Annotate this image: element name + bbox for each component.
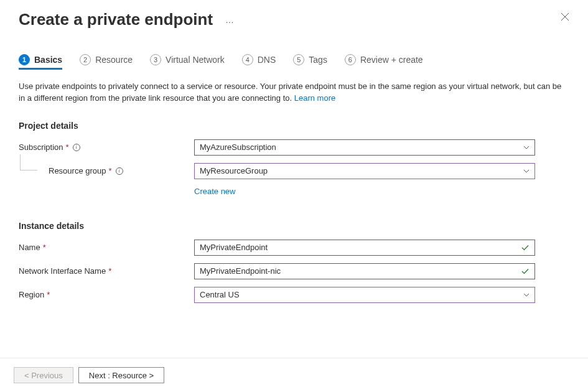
wizard-footer: < Previous Next : Resource >: [0, 358, 588, 392]
tab-number: 6: [345, 54, 356, 65]
info-icon[interactable]: i: [73, 144, 80, 151]
tab-number: 3: [150, 54, 161, 65]
chevron-down-icon: [523, 293, 530, 297]
resource-group-label: Resource group * i: [19, 166, 194, 175]
indent-bracket: [20, 154, 37, 170]
tab-number: 1: [19, 54, 30, 65]
tab-description: Use private endpoints to privately conne…: [19, 81, 569, 105]
chevron-down-icon: [523, 169, 530, 173]
wizard-tabs: 1 Basics 2 Resource 3 Virtual Network 4 …: [0, 29, 588, 70]
tab-resource[interactable]: 2 Resource: [80, 54, 133, 70]
close-button[interactable]: [561, 12, 569, 23]
required-indicator: *: [108, 266, 111, 276]
subscription-select[interactable]: MyAzureSubscription: [194, 139, 535, 156]
previous-button[interactable]: < Previous: [14, 367, 73, 383]
tab-review-create[interactable]: 6 Review + create: [345, 54, 423, 70]
required-indicator: *: [66, 142, 69, 152]
tab-dns[interactable]: 4 DNS: [242, 54, 276, 70]
learn-more-link[interactable]: Learn more: [294, 93, 335, 103]
tab-number: 4: [242, 54, 253, 65]
chevron-down-icon: [523, 146, 530, 149]
next-button[interactable]: Next : Resource >: [78, 367, 164, 383]
nic-input-wrapper: [194, 263, 535, 279]
resource-group-select[interactable]: MyResourceGroup: [194, 163, 535, 179]
page-title: Create a private endpoint: [19, 10, 213, 29]
tab-number: 5: [293, 54, 304, 65]
required-indicator: *: [43, 243, 46, 252]
tab-basics[interactable]: 1 Basics: [19, 54, 62, 70]
project-details-heading: Project details: [19, 121, 569, 131]
tab-label: Tags: [309, 55, 327, 65]
tab-number: 2: [80, 54, 91, 65]
check-icon: [521, 267, 530, 276]
tab-label: Virtual Network: [166, 55, 225, 65]
tab-label: DNS: [258, 55, 276, 65]
tab-tags[interactable]: 5 Tags: [293, 54, 327, 70]
select-value: MyAzureSubscription: [200, 142, 276, 152]
tab-virtual-network[interactable]: 3 Virtual Network: [150, 54, 225, 70]
description-text: Use private endpoints to privately conne…: [19, 82, 561, 103]
tab-label: Review + create: [360, 55, 423, 65]
select-value: Central US: [200, 290, 240, 299]
region-label: Region *: [19, 290, 194, 299]
close-icon: [561, 12, 569, 21]
subscription-label: Subscription * i: [19, 142, 194, 152]
create-new-link[interactable]: Create new: [194, 187, 235, 196]
region-select[interactable]: Central US: [194, 287, 535, 303]
name-input-wrapper: [194, 240, 535, 256]
instance-details-heading: Instance details: [19, 221, 569, 231]
name-label: Name *: [19, 243, 194, 252]
tab-label: Resource: [95, 55, 133, 65]
required-indicator: *: [109, 166, 112, 175]
check-icon: [521, 243, 530, 252]
required-indicator: *: [47, 290, 50, 299]
name-input[interactable]: [200, 243, 521, 252]
nic-input[interactable]: [200, 266, 521, 276]
tab-label: Basics: [34, 55, 62, 65]
info-icon[interactable]: i: [116, 167, 123, 175]
select-value: MyResourceGroup: [200, 166, 268, 175]
nic-label: Network Interface Name *: [19, 266, 194, 276]
title-more-icon[interactable]: …: [225, 15, 235, 25]
